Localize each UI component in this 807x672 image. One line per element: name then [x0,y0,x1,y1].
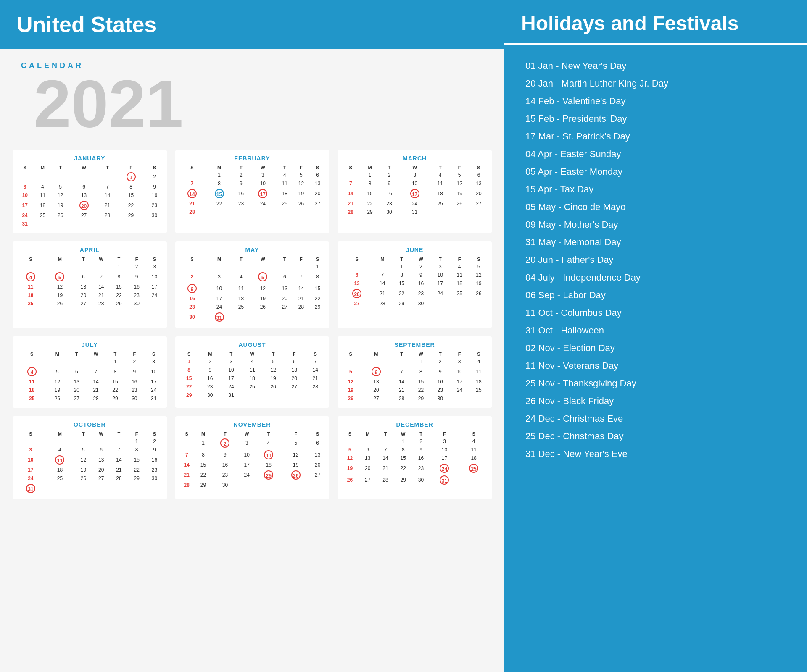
day-cell: 17 [16,200,34,211]
day-cell: 27 [74,299,92,308]
day-header: M [373,256,392,262]
day-cell: 5 [249,271,277,283]
day-header: T [412,430,430,437]
day-cell: 28 [392,394,411,403]
year-display: 2021 [21,70,483,137]
day-cell: 12 [74,454,92,466]
day-cell [249,262,277,271]
day-cell [255,481,282,489]
day-cell: 6 [284,357,305,366]
day-cell: 24 [145,291,163,299]
day-header: T [74,430,92,437]
day-header: S [309,256,326,262]
holiday-item: 09 May - Mother's Day [525,216,786,234]
day-cell [450,299,469,308]
day-header: T [277,256,293,262]
day-cell: 17 [206,294,233,303]
day-cell: 20 [74,291,92,299]
day-cell: 25 [277,200,293,208]
day-cell: 11 [277,179,293,188]
day-cell: 16 [200,374,221,383]
day-cell: 13 [309,449,326,461]
day-cell [179,437,195,449]
day-cell: 7 [110,446,128,454]
day-cell: 22 [392,288,411,299]
day-cell: 3 [430,262,450,271]
day-cell: 19 [74,466,92,474]
day-cell: 27 [92,474,110,483]
day-cell: 26 [74,474,92,483]
day-header: F [450,256,469,262]
day-cell: 27 [277,303,293,311]
day-cell: 11 [459,446,488,454]
day-cell: 5 [341,446,359,454]
right-header: Holidays and Festivals [504,0,807,45]
day-cell: 5 [293,171,309,179]
day-cell: 13 [359,454,377,462]
day-header: F [293,164,309,171]
day-cell: 6 [309,437,326,449]
day-cell: 5 [341,366,360,378]
day-header: T [255,430,282,437]
day-cell: 10 [430,271,450,279]
day-header: S [341,256,373,262]
day-cell: 24 [144,386,164,394]
month-table: SMTWTFS123456789101112131415161718192021… [179,430,326,489]
day-cell: 20 [341,288,373,299]
day-cell: 9 [128,271,145,283]
day-cell [92,262,110,271]
day-cell [249,208,277,216]
day-cell: 9 [200,366,221,374]
day-cell: 10 [249,179,277,188]
day-cell [341,171,360,179]
day-cell: 23 [128,291,145,299]
day-cell: 12 [45,283,75,291]
day-cell: 5 [52,183,69,191]
day-cell: 27 [67,394,86,403]
day-cell: 4 [277,171,293,179]
day-cell: 7 [305,357,326,366]
holiday-item: 20 Jan - Martin Luther King Jr. Day [525,75,786,92]
day-cell: 28 [179,208,206,216]
day-cell: 7 [179,179,206,188]
day-header: M [200,351,221,357]
holiday-item: 25 Nov - Thanksgiving Day [525,375,786,392]
day-header: T [377,430,394,437]
day-cell: 25 [469,386,488,394]
day-cell: 6 [359,446,377,454]
day-cell: 2 [412,437,430,446]
day-cell [430,208,450,216]
day-cell: 13 [92,454,110,466]
day-cell: 24 [430,462,459,474]
day-cell: 7 [98,183,116,191]
day-cell [233,311,249,323]
day-cell: 10 [430,446,459,454]
day-cell [16,357,48,366]
day-cell: 14 [305,366,326,374]
day-cell [69,220,99,228]
day-cell: 4 [242,357,263,366]
day-cell: 8 [309,271,326,283]
day-cell: 15 [195,461,211,469]
month-table: SMTWTFS123456789101112131415161718192021… [16,164,164,228]
day-cell [469,394,488,403]
day-cell: 6 [360,366,392,378]
holiday-item: 31 Oct - Halloween [525,322,786,339]
day-cell: 20 [360,386,392,394]
day-header: T [110,430,128,437]
day-cell: 6 [69,183,99,191]
day-header: W [92,430,110,437]
day-cell: 21 [341,200,360,208]
day-cell: 3 [16,446,45,454]
day-cell: 23 [412,462,430,474]
day-cell: 6 [469,171,488,179]
day-cell: 20 [277,294,293,303]
holiday-item: 02 Nov - Election Day [525,339,786,357]
day-cell: 25 [242,383,263,391]
day-cell: 10 [239,449,255,461]
day-cell: 1 [110,262,128,271]
day-cell: 7 [86,366,105,378]
day-cell: 9 [145,183,163,191]
day-cell: 21 [392,386,411,394]
day-cell [206,208,233,216]
